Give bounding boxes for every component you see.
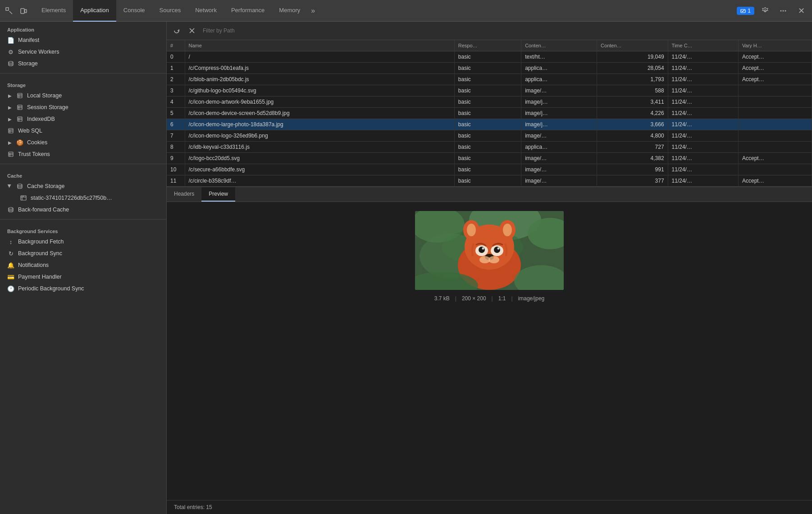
table-row[interactable]: 4 /c/icon-demo-artwork-9eba1655.jpg basi…	[167, 96, 812, 108]
cell-content-length: 3,666	[597, 119, 668, 130]
sidebar-item-background-fetch[interactable]: ↕ Background Fetch	[0, 236, 166, 248]
console-badge[interactable]: 1	[737, 7, 754, 15]
table-row[interactable]: 9 /c/logo-bcc20dd5.svg basic image/… 4,3…	[167, 153, 812, 164]
cell-content-length: 1,793	[597, 74, 668, 85]
cell-vary-header: Accept…	[739, 153, 812, 164]
cell-name: /c/circle-b358c9df…	[185, 175, 454, 187]
cell-response: basic	[454, 85, 521, 96]
tab-application[interactable]: Application	[73, 0, 116, 22]
cell-num: 3	[167, 85, 185, 96]
col-name[interactable]: Name	[185, 40, 454, 51]
table-row[interactable]: 11 /c/circle-b358c9df… basic image/… 377…	[167, 175, 812, 187]
table-row[interactable]: 6 /c/icon-demo-large-photo-18da387a.jpg …	[167, 119, 812, 130]
cell-content-length: 19,049	[597, 51, 668, 63]
cell-time-cached: 11/24/…	[668, 63, 738, 74]
sidebar-item-periodic-background-sync[interactable]: 🕐 Periodic Background Sync	[0, 283, 166, 294]
cell-time-cached: 11/24/…	[668, 153, 738, 164]
close-btn[interactable]: ✕	[794, 4, 808, 18]
cell-content-type: applica…	[521, 74, 597, 85]
tab-headers[interactable]: Headers	[167, 187, 201, 202]
table-row[interactable]: 3 /c/github-logo-bc05494c.svg basic imag…	[167, 85, 812, 96]
cell-content-length: 28,054	[597, 63, 668, 74]
cell-content-type: applica…	[521, 142, 597, 153]
app-section-title: Application	[0, 22, 166, 34]
tab-preview[interactable]: Preview	[201, 187, 235, 202]
col-response[interactable]: Respo…	[454, 40, 521, 51]
table-row[interactable]: 2 /c/blob-anim-2db05bdc.js basic applica…	[167, 74, 812, 85]
sidebar-item-cache-storage[interactable]: ▶ Cache Storage	[0, 180, 166, 192]
cell-content-length: 4,800	[597, 130, 668, 142]
preview-meta: 3.7 kB | 200 × 200 | 1:1 | image/jpeg	[434, 295, 545, 302]
table-row[interactable]: 8 /c/idb-keyval-c33d3116.js basic applic…	[167, 142, 812, 153]
col-content-type[interactable]: Conten…	[521, 40, 597, 51]
cell-vary-header	[739, 130, 812, 142]
device-toggle-icon[interactable]	[18, 5, 29, 16]
table-row[interactable]: 5 /c/icon-demo-device-screen-5d52d8b9.jp…	[167, 108, 812, 119]
top-bar: Elements Application Console Sources Net…	[0, 0, 812, 22]
sidebar-item-cache-storage-sub-label: static-3741017226db5c27f50b…	[31, 195, 112, 201]
sidebar-item-manifest[interactable]: 📄 Manifest	[0, 34, 166, 46]
svg-rect-0	[6, 8, 9, 10]
table-row[interactable]: 0 / basic text/ht… 19,049 11/24/… Accept…	[167, 51, 812, 63]
cell-name: /c/Compress-00b1eafa.js	[185, 63, 454, 74]
sidebar-item-trust-tokens[interactable]: Trust Tokens	[0, 148, 166, 160]
svg-point-51	[494, 247, 500, 253]
service-workers-icon: ⚙	[7, 48, 14, 55]
sidebar-item-service-workers[interactable]: ⚙ Service Workers	[0, 46, 166, 58]
sidebar-item-storage[interactable]: Storage	[0, 58, 166, 69]
tab-memory[interactable]: Memory	[272, 0, 307, 22]
cell-time-cached: 11/24/…	[668, 85, 738, 96]
tab-network[interactable]: Network	[188, 0, 224, 22]
cell-response: basic	[454, 153, 521, 164]
col-vary-header[interactable]: Vary H…	[739, 40, 812, 51]
cell-vary-header: Accept…	[739, 175, 812, 187]
sidebar-item-web-sql[interactable]: Web SQL	[0, 125, 166, 137]
cell-vary-header	[739, 96, 812, 108]
svg-rect-1	[21, 9, 24, 14]
tab-elements[interactable]: Elements	[34, 0, 73, 22]
sidebar-item-back-forward-cache-label: Back-forward Cache	[18, 207, 69, 213]
col-time-cached[interactable]: Time C…	[668, 40, 738, 51]
sidebar-item-background-sync[interactable]: ↻ Background Sync	[0, 248, 166, 259]
col-content-length[interactable]: Conten…	[597, 40, 668, 51]
sidebar-item-cache-storage-sub[interactable]: static-3741017226db5c27f50b…	[0, 192, 166, 204]
tab-performance[interactable]: Performance	[224, 0, 272, 22]
sidebar-item-local-storage[interactable]: ▶ Local Storage	[0, 90, 166, 101]
cell-num: 10	[167, 164, 185, 175]
refresh-btn[interactable]	[170, 24, 183, 37]
top-bar-right: 1 ✕	[737, 4, 808, 18]
background-fetch-icon: ↕	[7, 238, 14, 245]
table-body: 0 / basic text/ht… 19,049 11/24/… Accept…	[167, 51, 812, 187]
table-row[interactable]: 7 /c/icon-demo-logo-326ed9b6.png basic i…	[167, 130, 812, 142]
sidebar-item-indexeddb[interactable]: ▶ IndexedDB	[0, 113, 166, 125]
sidebar-item-cache-storage-label: Cache Storage	[27, 183, 64, 189]
tab-overflow[interactable]: »	[307, 7, 319, 15]
clear-btn[interactable]	[186, 24, 198, 37]
sidebar-item-payment-handler[interactable]: 💳 Payment Handler	[0, 271, 166, 283]
sidebar-item-notifications[interactable]: 🔔 Notifications	[0, 259, 166, 271]
inspect-icon[interactable]	[4, 5, 14, 16]
filter-input[interactable]	[201, 27, 808, 35]
table-row[interactable]: 1 /c/Compress-00b1eafa.js basic applica……	[167, 63, 812, 74]
storage-icon	[7, 60, 14, 67]
col-num: #	[167, 40, 185, 51]
cell-content-type: image/j…	[521, 96, 597, 108]
cell-vary-header: Accept…	[739, 51, 812, 63]
sidebar-item-cookies-label: Cookies	[27, 139, 47, 146]
cell-response: basic	[454, 96, 521, 108]
svg-point-28	[18, 184, 22, 186]
table-row[interactable]: 10 /c/secure-a66bbdfe.svg basic image/… …	[167, 164, 812, 175]
tab-console[interactable]: Console	[116, 0, 152, 22]
cell-name: /c/idb-keyval-c33d3116.js	[185, 142, 454, 153]
settings-btn[interactable]	[758, 4, 772, 18]
more-btn[interactable]	[776, 4, 790, 18]
tab-list: Elements Application Console Sources Net…	[34, 0, 737, 22]
sidebar-item-session-storage[interactable]: ▶ Session Storage	[0, 101, 166, 113]
cell-content-type: image/…	[521, 85, 597, 96]
preview-content: 3.7 kB | 200 × 200 | 1:1 | image/jpeg	[167, 202, 812, 311]
content-toolbar	[167, 22, 812, 40]
cell-content-type: image/…	[521, 153, 597, 164]
tab-sources[interactable]: Sources	[152, 0, 188, 22]
sidebar-item-cookies[interactable]: ▶ 🍪 Cookies	[0, 137, 166, 148]
sidebar-item-back-forward-cache[interactable]: Back-forward Cache	[0, 204, 166, 216]
